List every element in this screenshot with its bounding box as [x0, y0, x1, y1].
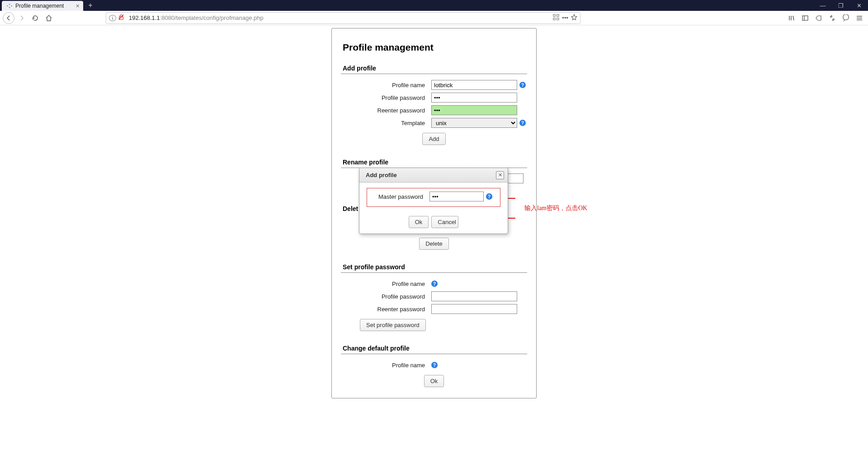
master-password-input[interactable]: [429, 192, 484, 201]
annotation-text: 输入lam密码，点击OK: [524, 204, 587, 212]
section-heading: Add profile: [341, 65, 527, 74]
browser-tab[interactable]: Profile management ×: [2, 1, 83, 11]
svg-rect-6: [553, 14, 555, 16]
help-icon[interactable]: ?: [519, 82, 526, 88]
delete-button[interactable]: Delete: [419, 238, 449, 250]
label-profile-name: Profile name: [341, 281, 431, 287]
minimize-button[interactable]: —: [814, 0, 832, 11]
label-reenter-password: Reenter password: [341, 107, 431, 114]
profile-name-input[interactable]: [431, 80, 517, 90]
maximize-button[interactable]: ❐: [832, 0, 850, 11]
toolbar-icon-1[interactable]: [813, 12, 825, 24]
tab-title: Profile management: [15, 3, 64, 9]
label-reenter-password: Reenter password: [341, 306, 431, 313]
url-path: :8080/templates/config/profmanage.php: [160, 14, 264, 21]
help-icon[interactable]: ?: [486, 193, 492, 200]
set-password-button[interactable]: Set profile password: [360, 319, 426, 331]
help-icon[interactable]: ?: [431, 281, 438, 287]
section-heading: Rename profile: [341, 159, 527, 168]
home-button[interactable]: [42, 12, 55, 24]
master-password-dialog: Add profile ✕ Master password ? Ok Cance…: [359, 168, 508, 234]
set-password-section: Set profile password Profile name ? Prof…: [341, 263, 527, 331]
template-select[interactable]: unix: [431, 118, 517, 128]
svg-point-2: [11, 5, 12, 7]
back-button[interactable]: [3, 12, 14, 24]
reenter-password-input[interactable]: [431, 105, 517, 115]
svg-line-5: [119, 15, 124, 20]
help-icon[interactable]: ?: [431, 362, 438, 368]
profile-management-panel: Profile management Add profile Profile n…: [331, 28, 537, 398]
label-profile-name: Profile name: [341, 362, 431, 369]
svg-line-12: [793, 16, 794, 20]
forward-button[interactable]: [15, 12, 28, 24]
svg-rect-13: [802, 16, 808, 20]
label-master-password: Master password: [371, 193, 429, 200]
svg-rect-8: [553, 18, 555, 20]
toolbar-icon-2[interactable]: [826, 12, 838, 24]
url-bar[interactable]: i 192.168.1.1:8080/templates/config/prof…: [106, 12, 580, 24]
new-tab-button[interactable]: +: [85, 0, 96, 10]
page-title: Profile management: [341, 42, 527, 53]
dialog-title: Add profile: [366, 172, 397, 178]
svg-point-1: [9, 4, 10, 5]
help-icon[interactable]: ?: [519, 120, 526, 126]
browser-navbar: i 192.168.1.1:8080/templates/config/prof…: [0, 11, 868, 25]
browser-titlebar: Profile management × + — ❐ ✕: [0, 0, 868, 11]
dialog-ok-button[interactable]: Ok: [409, 216, 429, 228]
svg-point-0: [7, 5, 8, 7]
label-profile-password: Profile password: [341, 94, 431, 101]
svg-rect-7: [557, 14, 559, 16]
label-template: Template: [341, 120, 431, 126]
bookmark-star-icon[interactable]: [571, 14, 577, 22]
svg-rect-9: [557, 18, 559, 20]
url-host: 192.168.1.1: [129, 14, 160, 21]
add-button[interactable]: Add: [422, 133, 445, 145]
set-reenter-input[interactable]: [431, 304, 517, 314]
dialog-close-icon[interactable]: ✕: [496, 171, 504, 179]
change-default-section: Change default profile Profile name ? Ok: [341, 345, 527, 387]
info-icon[interactable]: i: [109, 15, 116, 21]
label-profile-name: Profile name: [341, 82, 431, 89]
tab-close-icon[interactable]: ×: [76, 2, 80, 9]
svg-point-3: [9, 7, 10, 8]
section-heading: Change default profile: [341, 345, 527, 354]
page-actions-icon[interactable]: •••: [562, 14, 568, 21]
sidebar-icon[interactable]: [799, 12, 811, 24]
label-profile-password: Profile password: [341, 293, 431, 300]
insecure-icon: [118, 14, 126, 22]
menu-button[interactable]: [854, 12, 865, 24]
default-ok-button[interactable]: Ok: [424, 375, 444, 387]
close-window-button[interactable]: ✕: [850, 0, 868, 11]
add-profile-section: Add profile Profile name ? Profile passw…: [341, 65, 527, 145]
favicon-icon: [6, 3, 13, 9]
library-icon[interactable]: [786, 12, 797, 24]
page-action-1-icon[interactable]: [553, 14, 559, 22]
section-heading: Set profile password: [341, 263, 527, 273]
content-area: Profile management Add profile Profile n…: [0, 25, 868, 468]
reload-button[interactable]: [29, 12, 42, 24]
dialog-cancel-button[interactable]: Cancel: [431, 216, 458, 228]
toolbar-icon-3[interactable]: [840, 12, 852, 24]
set-password-input[interactable]: [431, 291, 517, 301]
profile-password-input[interactable]: [431, 93, 517, 103]
window-controls: — ❐ ✕: [814, 0, 868, 11]
dialog-header: Add profile ✕: [359, 168, 508, 183]
